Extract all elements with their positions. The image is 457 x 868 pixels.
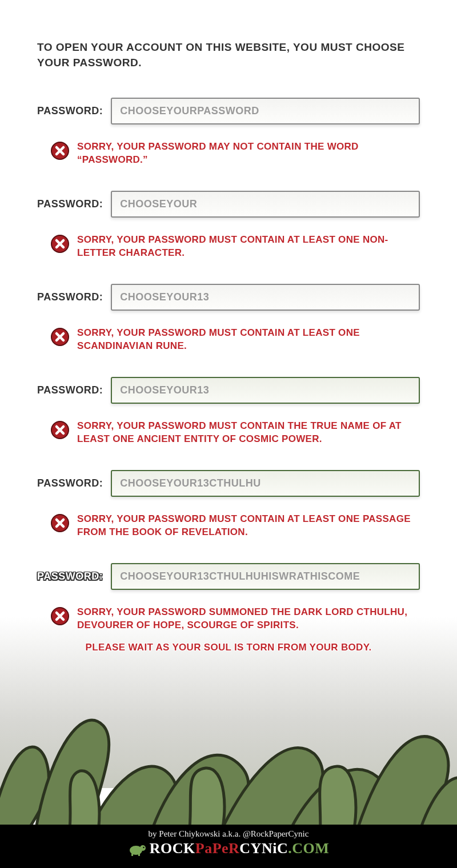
logo-cynic: CYNiC [239, 840, 288, 857]
error-text: SORRY, YOUR PASSWORD SUMMONED THE DARK L… [77, 606, 420, 632]
error-text: SORRY, YOUR PASSWORD MUST CONTAIN AT LEA… [77, 234, 420, 260]
error-x-icon [51, 514, 69, 532]
error-row: SORRY, YOUR PASSWORD MUST CONTAIN THE TR… [51, 420, 420, 446]
error-row: SORRY, YOUR PASSWORD MUST CONTAIN AT LEA… [51, 327, 420, 353]
error-text: SORRY, YOUR PASSWORD MUST CONTAIN AT LEA… [77, 513, 420, 539]
svg-rect-10 [138, 854, 140, 856]
password-row: PASSWORD: CHOOSEYOUR13CTHULHU [37, 470, 420, 497]
comic-content: TO OPEN YOUR ACCOUNT ON THIS WEBSITE, YO… [0, 0, 457, 653]
error-x-icon [51, 607, 69, 625]
logo-rock: ROCK [150, 840, 195, 857]
password-input[interactable]: CHOOSEYOUR [111, 191, 420, 218]
error-x-icon [51, 235, 69, 253]
password-input[interactable]: CHOOSEYOUR13CTHULHUHISWRATHISCOME [111, 563, 420, 590]
password-row: PASSWORD: CHOOSEYOUR13CTHULHUHISWRATHISC… [37, 563, 420, 590]
intro-text: TO OPEN YOUR ACCOUNT ON THIS WEBSITE, YO… [37, 40, 420, 70]
error-x-icon [51, 421, 69, 439]
footer: by Peter Chiykowski a.k.a. @RockPaperCyn… [0, 825, 457, 868]
error-x-icon [51, 328, 69, 346]
password-label: PASSWORD: [37, 105, 103, 117]
site-logo: ROCKPaPeRCYNiC.COM [0, 840, 457, 857]
error-text: SORRY, YOUR PASSWORD MAY NOT CONTAIN THE… [77, 140, 420, 167]
password-label: PASSWORD: [37, 291, 103, 303]
password-row: PASSWORD: CHOOSEYOUR13 [37, 377, 420, 404]
password-input[interactable]: CHOOSEYOUR13CTHULHU [111, 470, 420, 497]
logo-paper: PaPeR [195, 840, 240, 857]
password-label: PASSWORD: [37, 570, 103, 582]
password-label: PASSWORD: [37, 477, 103, 489]
password-label: PASSWORD: [37, 198, 103, 210]
error-text: SORRY, YOUR PASSWORD MUST CONTAIN AT LEA… [77, 327, 420, 353]
svg-point-8 [143, 847, 144, 848]
password-row: PASSWORD: CHOOSEYOURPASSWORD [37, 98, 420, 124]
error-row: SORRY, YOUR PASSWORD SUMMONED THE DARK L… [51, 606, 420, 632]
error-row: SORRY, YOUR PASSWORD MUST CONTAIN AT LEA… [51, 234, 420, 260]
final-text: PLEASE WAIT AS YOUR SOUL IS TORN FROM YO… [37, 642, 420, 653]
error-x-icon [51, 142, 69, 160]
password-input[interactable]: CHOOSEYOURPASSWORD [111, 98, 420, 124]
error-text: SORRY, YOUR PASSWORD MUST CONTAIN THE TR… [77, 420, 420, 446]
password-input[interactable]: CHOOSEYOUR13 [111, 377, 420, 404]
password-label: PASSWORD: [37, 384, 103, 396]
password-row: PASSWORD: CHOOSEYOUR [37, 191, 420, 218]
password-input[interactable]: CHOOSEYOUR13 [111, 284, 420, 311]
password-row: PASSWORD: CHOOSEYOUR13 [37, 284, 420, 311]
svg-rect-9 [131, 854, 133, 856]
svg-point-7 [140, 845, 146, 851]
error-row: SORRY, YOUR PASSWORD MUST CONTAIN AT LEA… [51, 513, 420, 539]
byline: by Peter Chiykowski a.k.a. @RockPaperCyn… [0, 829, 457, 839]
tentacles-art [0, 645, 457, 828]
turtle-icon [128, 841, 146, 856]
logo-com: .COM [288, 840, 329, 857]
error-row: SORRY, YOUR PASSWORD MAY NOT CONTAIN THE… [51, 140, 420, 167]
